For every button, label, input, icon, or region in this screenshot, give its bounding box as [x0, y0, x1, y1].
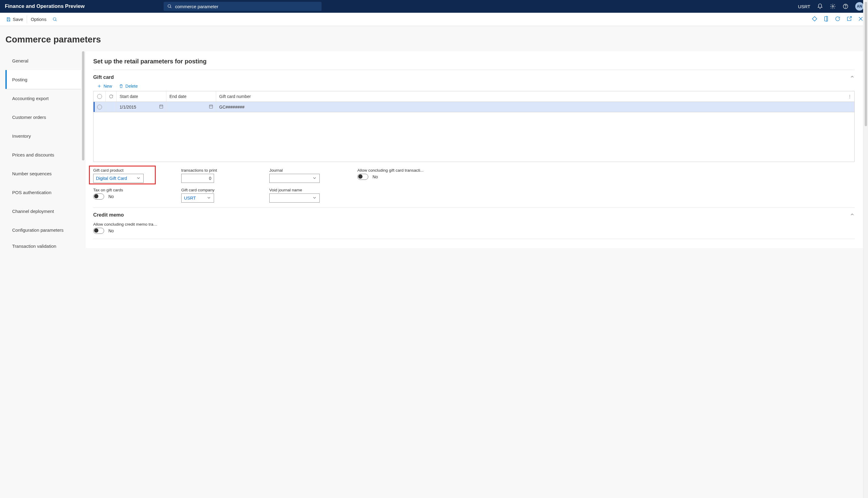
section-title: Gift card	[93, 74, 114, 80]
grid-header: Start date End date Gift card number ⋮	[93, 91, 854, 102]
row-checkbox[interactable]	[93, 102, 106, 112]
cell-gift-card-number[interactable]: GC########	[216, 102, 854, 112]
close-button[interactable]	[858, 16, 864, 23]
pane-title: Set up the retail parameters for posting	[93, 58, 855, 65]
section-credit-memo: Credit memo Allow concluding credit memo…	[93, 208, 855, 239]
grid-empty-area	[93, 112, 854, 162]
sidebar-item-accounting-export[interactable]: Accounting export	[5, 89, 81, 108]
transactions-to-print-input[interactable]: 0	[181, 174, 214, 183]
grid-row[interactable]: 1/1/2015 GC########	[93, 102, 854, 112]
col-gift-card-number[interactable]: Gift card number	[216, 91, 845, 102]
chevron-down-icon	[312, 175, 317, 181]
section-header-gift-card[interactable]: Gift card	[93, 74, 855, 80]
gift-card-product-label: Gift card product	[93, 168, 165, 173]
office-button[interactable]	[823, 16, 829, 23]
options-button[interactable]: Options	[28, 15, 50, 24]
journal-label: Journal	[269, 168, 342, 173]
trash-icon	[119, 84, 124, 89]
allow-concluding-gc-value: No	[372, 174, 378, 179]
col-end-date[interactable]: End date	[166, 91, 216, 102]
divider	[27, 15, 27, 23]
refresh-button[interactable]	[834, 16, 841, 23]
cell-end-date[interactable]	[166, 102, 216, 112]
sidebar-item-pos-authentication[interactable]: POS authentication	[5, 183, 81, 202]
chevron-down-icon	[206, 195, 211, 201]
chevron-up-icon	[850, 212, 855, 218]
void-journal-select[interactable]	[269, 194, 320, 202]
section-header-credit-memo[interactable]: Credit memo	[93, 212, 855, 218]
search-icon	[52, 17, 58, 22]
journal-select[interactable]	[269, 174, 320, 183]
transactions-to-print-label: transactions to print	[181, 168, 254, 173]
chevron-down-icon	[312, 195, 317, 201]
save-button[interactable]: Save	[3, 15, 26, 24]
sidebar-item-inventory[interactable]: Inventory	[5, 127, 81, 145]
calendar-icon[interactable]	[208, 104, 214, 110]
delete-button[interactable]: Delete	[119, 84, 138, 89]
col-start-date[interactable]: Start date	[117, 91, 166, 102]
section-gift-card: Gift card New Delete	[93, 70, 855, 208]
svg-point-4	[845, 8, 846, 8]
side-nav: General Posting Accounting export Custom…	[5, 51, 81, 253]
sidebar-item-number-sequences[interactable]: Number sequences	[5, 164, 81, 183]
allow-concluding-cm-value: No	[108, 228, 114, 233]
calendar-icon[interactable]	[159, 104, 164, 110]
options-label: Options	[31, 17, 47, 22]
select-all-checkbox[interactable]	[93, 91, 106, 102]
grid-refresh-button[interactable]	[106, 91, 117, 102]
grid-more-button[interactable]: ⋮	[845, 91, 854, 102]
allow-concluding-cm-label: Allow concluding credit memo trans...	[93, 222, 159, 226]
svg-line-1	[170, 7, 171, 8]
svg-rect-15	[209, 105, 213, 108]
allow-concluding-gc-toggle[interactable]	[357, 174, 368, 180]
svg-line-6	[55, 20, 56, 21]
bell-icon[interactable]	[817, 3, 823, 9]
void-journal-label: Void journal name	[269, 188, 342, 192]
cell-start-date[interactable]: 1/1/2015	[117, 102, 166, 112]
svg-rect-11	[160, 105, 163, 108]
search-icon	[167, 4, 172, 9]
allow-concluding-cm-toggle[interactable]	[93, 228, 104, 234]
top-app-bar: Finance and Operations Preview USRT AN	[0, 0, 868, 13]
page-title: Commerce parameters	[0, 26, 868, 51]
sidebar-scrollbar[interactable]	[81, 51, 85, 160]
avatar[interactable]: AN	[855, 2, 864, 11]
tax-on-gift-cards-toggle[interactable]	[93, 194, 104, 199]
section-title: Credit memo	[93, 212, 124, 218]
save-label: Save	[13, 17, 23, 22]
gift-card-company-select[interactable]: USRT	[181, 194, 214, 202]
sidebar-item-customer-orders[interactable]: Customer orders	[5, 108, 81, 127]
diamond-button[interactable]	[812, 16, 818, 23]
gift-card-grid: Start date End date Gift card number ⋮ 1…	[93, 91, 855, 162]
global-search[interactable]	[164, 2, 321, 11]
content-pane: Set up the retail parameters for posting…	[85, 51, 865, 248]
gear-icon[interactable]	[830, 3, 836, 9]
sidebar-item-channel-deployment[interactable]: Channel deployment	[5, 202, 81, 221]
gift-card-company-label: Gift card company	[181, 188, 254, 192]
chevron-up-icon	[850, 74, 855, 80]
app-title: Finance and Operations Preview	[5, 3, 85, 9]
content-scrollbar[interactable]	[863, 0, 868, 253]
sidebar-item-prices-discounts[interactable]: Prices and discounts	[5, 145, 81, 164]
action-bar: Save Options	[0, 13, 868, 26]
allow-concluding-gc-label: Allow concluding gift card transacti...	[357, 168, 424, 173]
chevron-down-icon	[136, 175, 141, 181]
company-code[interactable]: USRT	[798, 4, 810, 9]
gift-card-product-select[interactable]: Digital Gift Card	[93, 174, 144, 183]
sidebar-item-general[interactable]: General	[5, 51, 81, 70]
help-icon[interactable]	[842, 3, 848, 9]
svg-point-2	[832, 6, 834, 7]
svg-point-5	[53, 17, 56, 20]
search-input[interactable]	[175, 4, 318, 9]
new-button[interactable]: New	[97, 84, 112, 89]
find-button[interactable]	[50, 15, 61, 24]
plus-icon	[97, 84, 102, 89]
save-icon	[6, 17, 11, 22]
popout-button[interactable]	[846, 16, 852, 23]
sidebar-item-transaction-validation[interactable]: Transaction validation	[5, 239, 81, 253]
sidebar-item-configuration-parameters[interactable]: Configuration parameters	[5, 221, 81, 239]
sidebar-item-posting[interactable]: Posting	[5, 70, 81, 89]
tax-on-gift-cards-label: Tax on gift cards	[93, 188, 165, 192]
tax-on-gift-cards-value: No	[108, 194, 114, 199]
svg-point-0	[168, 4, 171, 7]
